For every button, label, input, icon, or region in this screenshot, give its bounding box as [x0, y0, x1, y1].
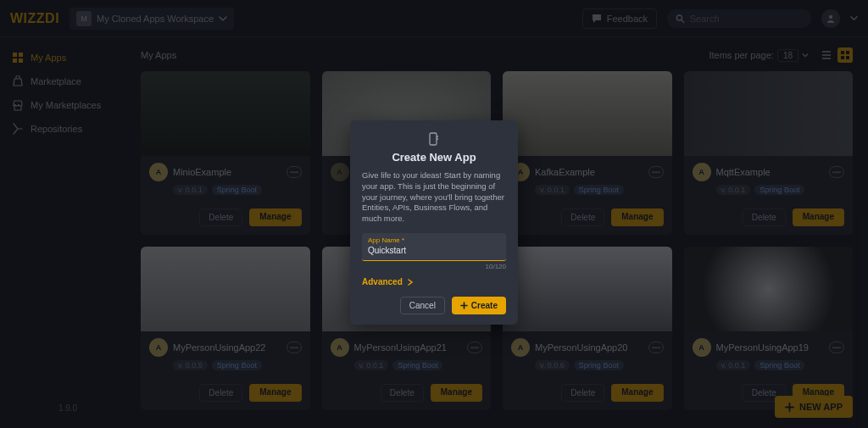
plus-icon	[460, 302, 468, 309]
advanced-label: Advanced	[362, 277, 403, 286]
chevron-right-icon	[407, 279, 414, 286]
advanced-toggle[interactable]: Advanced	[362, 277, 506, 286]
modal-title: Create New App	[362, 151, 506, 164]
modal-scrim[interactable]: Create New App Give life to your ideas! …	[0, 0, 868, 428]
create-app-modal: Create New App Give life to your ideas! …	[350, 120, 518, 325]
svg-rect-10	[430, 133, 437, 145]
create-label: Create	[471, 301, 498, 310]
char-counter: 10/120	[362, 263, 506, 270]
app-icon	[362, 132, 506, 146]
app-name-input[interactable]	[368, 246, 500, 255]
cancel-button[interactable]: Cancel	[400, 297, 445, 314]
create-button[interactable]: Create	[452, 297, 506, 314]
modal-description: Give life to your ideas! Start by naming…	[362, 170, 506, 225]
app-name-field[interactable]: App Name *	[362, 233, 506, 261]
app-name-label: App Name *	[368, 236, 500, 244]
